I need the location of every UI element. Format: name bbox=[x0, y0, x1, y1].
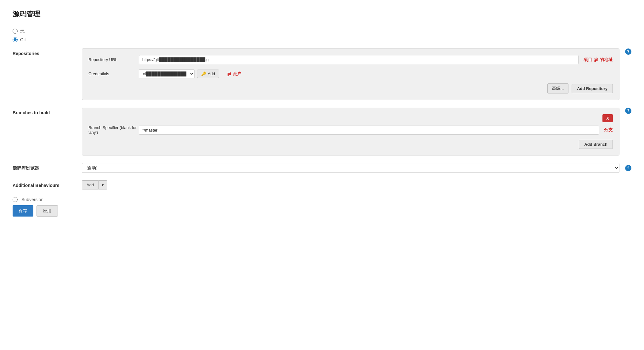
source-browser-help-icon[interactable]: ? bbox=[625, 165, 631, 171]
radio-row-none: 无 bbox=[13, 28, 631, 34]
delete-branch-button[interactable]: X bbox=[602, 114, 613, 122]
branches-label: Branches to build bbox=[13, 108, 82, 115]
repositories-panel: Repository URL 项目 git 的地址 Credentials xi… bbox=[82, 48, 619, 100]
repositories-panel-footer: 高级... Add Repository bbox=[88, 83, 613, 93]
radio-none-label: 无 bbox=[20, 28, 25, 34]
radio-git[interactable] bbox=[13, 37, 18, 42]
apply-button[interactable]: 应用 bbox=[37, 205, 58, 217]
advanced-button[interactable]: 高级... bbox=[547, 83, 568, 93]
branches-section: Branches to build X Branch Specifier (bl… bbox=[13, 108, 631, 155]
subversion-section: Subversion bbox=[13, 197, 631, 202]
radio-subversion[interactable] bbox=[13, 197, 18, 202]
branches-help-icon[interactable]: ? bbox=[625, 108, 631, 114]
repositories-label: Repositories bbox=[13, 48, 82, 56]
additional-behaviours-section: Additional Behaviours Add ▾ bbox=[13, 180, 631, 189]
branches-panel: X Branch Specifier (blank for 'any') 分支 … bbox=[82, 108, 619, 155]
credentials-row: Credentials xi██████████████ 🔑 Add git 账… bbox=[88, 69, 613, 78]
credentials-controls: xi██████████████ 🔑 Add git 账户 bbox=[139, 69, 241, 78]
source-browser-label: 源码库浏览器 bbox=[13, 163, 82, 171]
repository-url-row: Repository URL 项目 git 的地址 bbox=[88, 55, 613, 64]
key-icon: 🔑 bbox=[201, 71, 206, 76]
credentials-select[interactable]: xi██████████████ bbox=[139, 69, 195, 78]
repositories-help-icon[interactable]: ? bbox=[625, 48, 631, 55]
credentials-label: Credentials bbox=[88, 71, 139, 76]
branch-specifier-input[interactable] bbox=[139, 126, 599, 135]
additional-behaviours-label: Additional Behaviours bbox=[13, 180, 82, 188]
radio-none[interactable] bbox=[13, 29, 18, 34]
save-button[interactable]: 保存 bbox=[13, 205, 33, 217]
source-browser-section: 源码库浏览器 (自动) ? bbox=[13, 163, 631, 173]
subversion-label: Subversion bbox=[21, 197, 43, 202]
source-browser-select[interactable]: (自动) bbox=[82, 163, 619, 173]
source-control-options: 无 Git bbox=[13, 28, 631, 42]
branches-panel-footer: Add Branch bbox=[88, 140, 613, 149]
add-repository-button[interactable]: Add Repository bbox=[572, 84, 613, 93]
add-behaviour-dropdown-button[interactable]: ▾ bbox=[98, 180, 107, 189]
repository-url-input[interactable] bbox=[139, 55, 579, 64]
add-behaviours-controls: Add ▾ bbox=[82, 180, 631, 189]
branch-annotation: 分支 bbox=[604, 127, 613, 133]
branch-specifier-label: Branch Specifier (blank for 'any') bbox=[88, 125, 139, 135]
add-credentials-label: Add bbox=[208, 71, 215, 76]
repositories-section: Repositories Repository URL 项目 git 的地址 C… bbox=[13, 48, 631, 100]
repository-url-annotation: 项目 git 的地址 bbox=[584, 57, 613, 63]
radio-git-label: Git bbox=[20, 37, 26, 42]
add-behaviour-button[interactable]: Add bbox=[82, 180, 98, 189]
branch-specifier-row: Branch Specifier (blank for 'any') 分支 bbox=[88, 125, 613, 135]
add-credentials-button[interactable]: 🔑 Add bbox=[197, 70, 219, 78]
add-branch-button[interactable]: Add Branch bbox=[579, 140, 613, 149]
credentials-annotation: git 账户 bbox=[227, 71, 241, 77]
bottom-buttons: 保存 应用 bbox=[13, 205, 631, 217]
page-title: 源码管理 bbox=[13, 9, 631, 19]
repository-url-label: Repository URL bbox=[88, 57, 139, 62]
radio-row-git: Git bbox=[13, 37, 631, 42]
